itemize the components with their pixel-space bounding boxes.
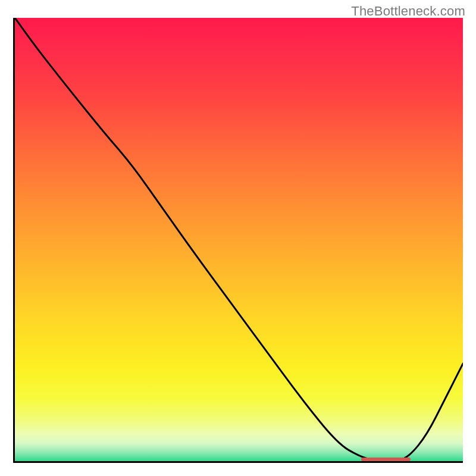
watermark-text: TheBottleneck.com: [351, 4, 465, 19]
optimal-range-marker: [361, 458, 411, 461]
bottleneck-curve: [15, 18, 463, 461]
plot-area: [13, 18, 463, 463]
curve-layer: [15, 18, 463, 461]
chart-container: TheBottleneck.com: [0, 0, 476, 476]
